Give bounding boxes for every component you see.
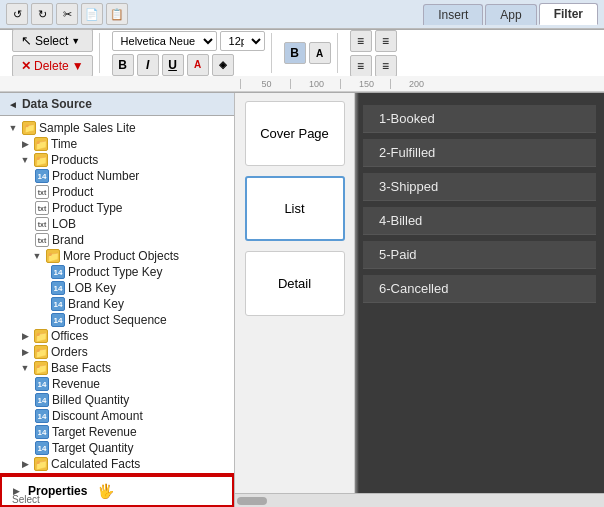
tree-item-brand[interactable]: txt Brand — [0, 232, 234, 248]
tree-item-offices[interactable]: ▶ 📁 Offices — [0, 328, 234, 344]
tree-item-calculated-facts[interactable]: ▶ 📁 Calculated Facts — [0, 456, 234, 472]
copy-icon[interactable]: 📄 — [81, 3, 103, 25]
tree-item-product[interactable]: txt Product — [0, 184, 234, 200]
expand-calculated-facts-icon[interactable]: ▶ — [19, 459, 31, 469]
delete-button[interactable]: ✕ Delete ▼ — [12, 55, 93, 77]
tree-item-more-product-objects[interactable]: ▼ 📁 More Product Objects — [0, 248, 234, 264]
bold-button[interactable]: B — [112, 54, 134, 76]
expand-more-products-icon[interactable]: ▼ — [31, 251, 43, 261]
font-family-select[interactable]: Helvetica Neue — [112, 31, 217, 51]
highlight-icon[interactable]: ◈ — [212, 54, 234, 76]
right-panel: Cover Page List Detail 1-Booked 2-Fulf — [235, 93, 604, 507]
tree-item-product-type[interactable]: txt Product Type — [0, 200, 234, 216]
tree-label-product: Product — [52, 185, 93, 199]
icon-billed-quantity: 14 — [35, 393, 49, 407]
tree-item-base-facts[interactable]: ▼ 📁 Base Facts — [0, 360, 234, 376]
tree-item-products[interactable]: ▼ 📁 Products — [0, 152, 234, 168]
data-source-tree: ▼ 📁 Sample Sales Lite ▶ 📁 Time ▼ 📁 Produ… — [0, 116, 234, 473]
data-item-6-cancelled[interactable]: 6-Cancelled — [363, 275, 596, 303]
tree-item-time[interactable]: ▶ 📁 Time — [0, 136, 234, 152]
delete-arrow-icon: ▼ — [72, 59, 84, 73]
label-5-paid: 5-Paid — [379, 247, 417, 262]
icon-product-sequence: 14 — [51, 313, 65, 327]
tree-item-discount-amount[interactable]: 14 Discount Amount — [0, 408, 234, 424]
folder-offices-icon: 📁 — [34, 329, 48, 343]
panel-title: Data Source — [22, 97, 92, 111]
icon-product-type-key: 14 — [51, 265, 65, 279]
expand-time-icon[interactable]: ▶ — [19, 139, 31, 149]
tree-item-sample[interactable]: ▼ 📁 Sample Sales Lite — [0, 120, 234, 136]
tree-item-lob[interactable]: txt LOB — [0, 216, 234, 232]
tree-label-sample: Sample Sales Lite — [39, 121, 136, 135]
tree-item-product-number[interactable]: 14 Product Number — [0, 168, 234, 184]
data-item-4-billed[interactable]: 4-Billed — [363, 207, 596, 235]
data-item-2-fulfilled[interactable]: 2-Fulfilled — [363, 139, 596, 167]
expand-orders-icon[interactable]: ▶ — [19, 347, 31, 357]
select-button[interactable]: ↖ Select ▼ — [12, 29, 93, 52]
cursor-hand-icon: 🖐 — [97, 483, 114, 499]
toolbar-ribbon: ↖ Select ▼ ✕ Delete ▼ Select Helvetica N… — [0, 29, 604, 76]
align-right-button[interactable]: ≡ — [350, 55, 372, 77]
tab-filter[interactable]: Filter — [539, 3, 598, 25]
label-1-booked: 1-Booked — [379, 111, 435, 126]
data-item-5-paid[interactable]: 5-Paid — [363, 241, 596, 269]
template-detail[interactable]: Detail — [245, 251, 345, 316]
data-item-3-shipped[interactable]: 3-Shipped — [363, 173, 596, 201]
template-list[interactable]: List — [245, 176, 345, 241]
font-size-select[interactable]: 12pt — [220, 31, 265, 51]
align-center-button[interactable]: ≡ — [375, 30, 397, 52]
expand-base-facts-icon[interactable]: ▼ — [19, 363, 31, 373]
data-item-1-booked[interactable]: 1-Booked — [363, 105, 596, 133]
cursor-icon: ↖ — [21, 33, 32, 48]
selected-bold-button[interactable]: B — [284, 42, 306, 64]
section-selected-font: B A — [278, 33, 338, 73]
tree-item-orders[interactable]: ▶ 📁 Orders — [0, 344, 234, 360]
toolbar-tabs: Insert App Filter — [140, 3, 598, 25]
scrollbar-thumb[interactable] — [237, 497, 267, 505]
font-color-icon[interactable]: A — [187, 54, 209, 76]
tree-label-brand-key: Brand Key — [68, 297, 124, 311]
redo-icon[interactable]: ↻ — [31, 3, 53, 25]
tree-label-offices: Offices — [51, 329, 88, 343]
tab-insert[interactable]: Insert — [423, 4, 483, 25]
icon-discount-amount: 14 — [35, 409, 49, 423]
tree-label-product-sequence: Product Sequence — [68, 313, 167, 327]
align-left-button[interactable]: ≡ — [350, 30, 372, 52]
expand-products-icon[interactable]: ▼ — [19, 155, 31, 165]
icon-brand-key: 14 — [51, 297, 65, 311]
cut-icon[interactable]: ✂ — [56, 3, 78, 25]
tree-item-lob-key[interactable]: 14 LOB Key — [0, 280, 234, 296]
expand-offices-icon[interactable]: ▶ — [19, 331, 31, 341]
folder-products-icon: 📁 — [34, 153, 48, 167]
delete-label: Delete — [34, 59, 69, 73]
ruler-mark-100: 100 — [290, 79, 340, 89]
tree-item-product-type-key[interactable]: 14 Product Type Key — [0, 264, 234, 280]
tree-item-revenue[interactable]: 14 Revenue — [0, 376, 234, 392]
tree-item-target-revenue[interactable]: 14 Target Revenue — [0, 424, 234, 440]
paste-icon[interactable]: 📋 — [106, 3, 128, 25]
italic-button[interactable]: I — [137, 54, 159, 76]
tab-app[interactable]: App — [485, 4, 536, 25]
tree-item-billed-quantity[interactable]: 14 Billed Quantity — [0, 392, 234, 408]
label-3-shipped: 3-Shipped — [379, 179, 438, 194]
select-arrow-icon: ▼ — [71, 36, 80, 46]
folder-time-icon: 📁 — [34, 137, 48, 151]
tree-label-product-type-key: Product Type Key — [68, 265, 163, 279]
detail-label: Detail — [278, 276, 311, 291]
tree-label-product-type: Product Type — [52, 201, 123, 215]
align-justify-button[interactable]: ≡ — [375, 55, 397, 77]
left-panel: ◄ Data Source ▼ 📁 Sample Sales Lite ▶ 📁 … — [0, 93, 235, 507]
tree-item-product-sequence[interactable]: 14 Product Sequence — [0, 312, 234, 328]
underline-button[interactable]: U — [162, 54, 184, 76]
selected-color-button[interactable]: A — [309, 42, 331, 64]
tree-label-more-product-objects: More Product Objects — [63, 249, 179, 263]
icon-product-type: txt — [35, 201, 49, 215]
undo-icon[interactable]: ↺ — [6, 3, 28, 25]
template-cover-page[interactable]: Cover Page — [245, 101, 345, 166]
tree-label-time: Time — [51, 137, 77, 151]
horizontal-scrollbar[interactable] — [235, 493, 604, 507]
tree-item-brand-key[interactable]: 14 Brand Key — [0, 296, 234, 312]
tree-item-target-quantity[interactable]: 14 Target Quantity — [0, 440, 234, 456]
expand-sample-icon[interactable]: ▼ — [7, 123, 19, 133]
cover-page-label: Cover Page — [260, 126, 329, 141]
